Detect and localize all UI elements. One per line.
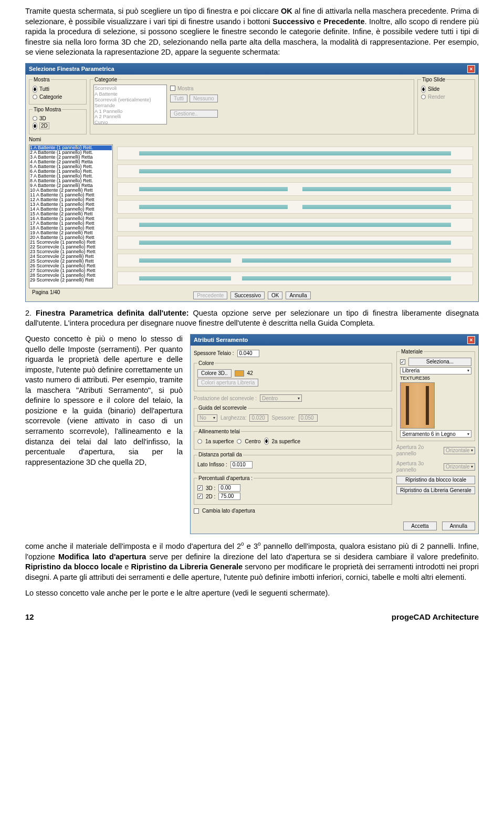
btn-accetta[interactable]: Accetta [403, 522, 436, 531]
window-preview [117, 182, 473, 196]
radio-tutti[interactable] [33, 86, 37, 93]
spessore-guida-input: 0.050 [299, 414, 318, 422]
list-item[interactable]: 22 Scorrevole (1 pannello) Rett [30, 245, 112, 249]
allineamento-group: Allineamento telai 1a superfice Centro 2… [194, 429, 392, 450]
list-item[interactable]: 7 A Battente (1 pannello) Rett. [30, 174, 112, 179]
final-paragraph: Lo stesso concetto vale anche per le por… [25, 588, 479, 599]
intro-paragraph: Tramite questa schermata, si può sceglie… [25, 6, 479, 58]
chk-2d[interactable] [197, 494, 203, 499]
dialog-titlebar[interactable]: Selezione Finestra Parametrica × [26, 64, 478, 75]
window-preview [117, 254, 473, 267]
list-item[interactable]: 4 A Battente (2 pannelli) Retta [30, 160, 112, 164]
radio-2d[interactable] [33, 122, 37, 130]
radio-1a[interactable] [197, 439, 202, 444]
list-item[interactable]: 17 A Battente (1 pannello) Rett [30, 221, 112, 226]
radio-2a[interactable] [264, 437, 269, 445]
libreria-select[interactable]: Libreria▾ [400, 367, 471, 374]
window-preview [117, 200, 473, 214]
page-number: 12 [25, 612, 34, 622]
texture-name: TEXTURE385 [400, 376, 471, 381]
list-item[interactable]: 14 A Battente (1 pannello) Rett [30, 207, 112, 212]
percentuali-group: Percentuali d'apertura : 3D :0.00 2D :75… [194, 475, 392, 505]
categorie-list[interactable]: Scorrevoli A Battente Scorrevoli (vertic… [93, 85, 167, 124]
close-icon[interactable]: × [467, 336, 475, 344]
list-item[interactable]: 23 Scorrevole (1 pannello) Rett [30, 249, 112, 254]
nomi-list[interactable]: 1 A Battente (1 pannello) Rett. 2 A Batt… [29, 144, 113, 288]
btn-tutti: Tutti [170, 95, 187, 102]
chk-3d[interactable] [197, 485, 203, 491]
list-item[interactable]: 16 A Battente (1 pannello) Rett [30, 216, 112, 221]
list-item[interactable]: 26 Scorrevole (1 pannello) Rett [30, 264, 112, 268]
page-footer: 12 progeCAD Architecture [25, 612, 479, 622]
list-item[interactable]: 20 A Battente (1 pannello) Rett [30, 235, 112, 240]
list-item[interactable]: 1 A Battente (1 pannello) Rett. [30, 145, 112, 150]
btn-annulla2[interactable]: Annulla [442, 522, 475, 531]
btn-precedente: Precedente [193, 291, 227, 299]
guida-select: No▾ [197, 414, 217, 422]
window-preview [117, 272, 473, 285]
btn-nessuno: Nessuno [190, 95, 217, 102]
radio-render [421, 95, 426, 99]
continuation-paragraph: come anche il materiale dell'imposta e i… [25, 540, 479, 582]
list-item[interactable]: 6 A Battente (1 pannello) Rett. [30, 169, 112, 174]
chk-mostra [170, 86, 175, 91]
radio-slide[interactable] [421, 86, 426, 93]
selezione-finestra-dialog: Selezione Finestra Parametrica × Mostra … [25, 63, 479, 302]
perc3d-input[interactable]: 0.00 [218, 484, 240, 492]
ap2-select: Orizontale▾ [444, 447, 475, 454]
btn-seleziona[interactable]: Seleziona... [408, 358, 471, 366]
list-item[interactable]: 3 A Battente (2 pannelli) Retta [30, 155, 112, 160]
atributi-serramento-dialog: Atributi Serramento × Spessore Telaio :0… [190, 334, 479, 535]
page-indicator: Pagina 1/40 [32, 289, 60, 295]
list-item[interactable]: 29 Scorrevole (2 pannelli) Rett [30, 278, 112, 283]
list-item[interactable]: 9 A Battente (2 pannelli) Retta [30, 183, 112, 188]
btn-ok[interactable]: OK [268, 291, 282, 299]
btn-annulla[interactable]: Annulla [286, 291, 310, 299]
list-item[interactable]: 11 A Battente (1 pannello) Rett [30, 193, 112, 197]
ap3-select: Orizontale▾ [444, 463, 475, 471]
list-item[interactable]: 18 A Battente (1 pannello) Rett [30, 226, 112, 231]
list-item[interactable]: 28 Scorrevole (1 pannello) Rett [30, 273, 112, 278]
side-paragraph: Questo concetto è più o meno lo stesso d… [25, 334, 183, 467]
window-preview [117, 147, 473, 160]
serramento-select[interactable]: Serramento 6 in Legno▾ [400, 430, 471, 437]
btn-ripristino-generale[interactable]: Ripristino da Libreria Generale [396, 486, 475, 495]
larghezza-input: 0.020 [249, 414, 268, 422]
colore-group: Colore Colore 3D..42 Colori apertura Lib… [194, 360, 392, 392]
btn-successivo[interactable]: Successivo [230, 291, 265, 299]
dialog-title: Selezione Finestra Parametrica [29, 66, 114, 72]
perc2d-input[interactable]: 75.00 [218, 493, 240, 500]
btn-colori-libreria: Colori apertura Libreria [197, 379, 258, 387]
preview-pane [115, 144, 475, 288]
color-swatch [235, 370, 244, 377]
materiale-group: Materiale Seleziona... Libreria▾ TEXTURE… [396, 349, 475, 441]
tipo-slide-group: Tipo Slide Slide Render [417, 77, 475, 134]
list-item[interactable]: 19 A Battente (2 pannelli) Rett [30, 231, 112, 235]
chk-materiale[interactable] [400, 359, 405, 364]
list-item[interactable]: 10 A Battente (2 pannelli) Rett [30, 188, 112, 193]
dialog2-titlebar[interactable]: Atributi Serramento × [191, 335, 478, 346]
list-item[interactable]: 8 A Battente (1 pannello) Rett. [30, 179, 112, 183]
window-preview [117, 218, 473, 232]
list-item[interactable]: 2 A Battente (1 pannello) Rett. [30, 150, 112, 155]
chk-cambia-lato[interactable] [194, 508, 199, 514]
radio-categorie[interactable] [33, 95, 37, 99]
btn-colore3d[interactable]: Colore 3D.. [197, 369, 232, 378]
spessore-input[interactable]: 0.040 [237, 350, 259, 357]
lato-input[interactable]: 0.010 [230, 461, 253, 468]
list-item[interactable]: 21 Scorrevole (1 pannello) Rett [30, 240, 112, 245]
radio-3d[interactable] [33, 116, 37, 121]
list-item[interactable]: 5 A Battente (1 pannello) Rett. [30, 164, 112, 169]
list-item[interactable]: 24 Scorrevole (2 pannelli) Rett [30, 254, 112, 259]
list-item[interactable]: 13 A Battente (1 pannello) Rett [30, 202, 112, 207]
btn-ripristino-locale[interactable]: Ripristino da blocco locale [396, 476, 475, 484]
list-item[interactable]: 15 A Battente (2 pannelli) Rett [30, 212, 112, 216]
postazione-select: Dentro▾ [260, 394, 302, 402]
list-item[interactable]: 27 Scorrevole (1 pannello) Rett [30, 268, 112, 273]
guida-group: Guida del scorrevole No▾ Larghezza:0.020… [194, 405, 392, 426]
list-item[interactable]: 25 Scorrevole (2 pannelli) Rett [30, 259, 112, 264]
list-item[interactable]: 12 A Battente (1 pannello) Rett [30, 197, 112, 202]
close-icon[interactable]: × [467, 65, 475, 73]
radio-centro[interactable] [237, 439, 242, 444]
section-2-intro: 2. Finestra Parametrica definita dall'ut… [25, 308, 479, 329]
